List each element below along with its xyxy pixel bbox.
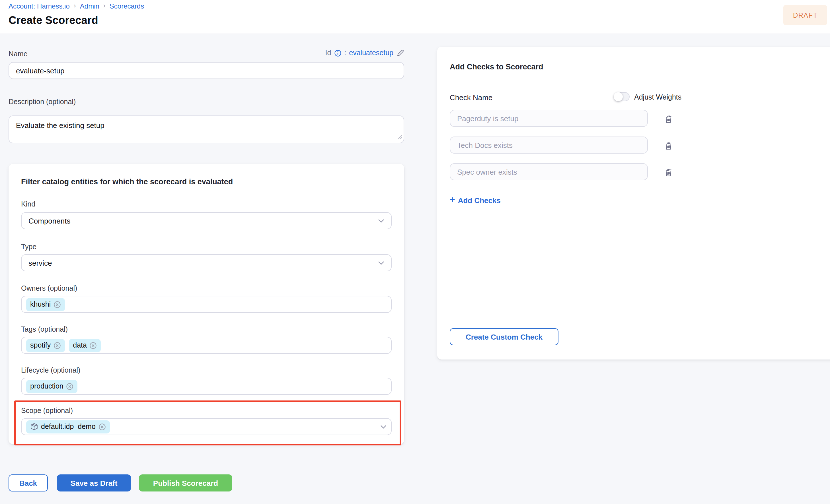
chip-close-icon[interactable] bbox=[54, 342, 61, 349]
breadcrumb-scorecards-link[interactable]: Scorecards bbox=[109, 2, 144, 10]
scope-select[interactable]: default.idp_demo bbox=[21, 418, 392, 435]
kind-label: Kind bbox=[21, 200, 35, 208]
chevron-down-icon bbox=[378, 219, 384, 223]
id-label: Id bbox=[325, 49, 331, 57]
chevron-down-icon bbox=[380, 425, 387, 429]
page-header: Account: Harness.io › Admin › Scorecards… bbox=[0, 0, 830, 34]
tag-chip-label: spotify bbox=[30, 341, 51, 349]
breadcrumb-account-link[interactable]: Account: Harness.io bbox=[8, 2, 70, 10]
package-cube-icon bbox=[30, 423, 38, 431]
tag-chip: data bbox=[69, 339, 101, 352]
scope-label: Scope (optional) bbox=[21, 407, 73, 415]
add-checks-link[interactable]: + Add Checks bbox=[450, 196, 501, 205]
description-textarea[interactable]: Evaluate the existing setup bbox=[8, 115, 404, 143]
kind-value: Components bbox=[28, 216, 70, 225]
tag-chip-label: data bbox=[73, 341, 87, 349]
publish-scorecard-button[interactable]: Publish Scorecard bbox=[139, 474, 232, 492]
check-input-1[interactable] bbox=[450, 110, 648, 127]
tag-chip: spotify bbox=[26, 339, 65, 352]
lifecycle-chip: production bbox=[26, 380, 78, 393]
create-scorecard-page: Account: Harness.io › Admin › Scorecards… bbox=[0, 0, 830, 504]
page-title: Create Scorecard bbox=[8, 14, 98, 27]
id-colon: : bbox=[344, 49, 346, 57]
tags-input[interactable]: spotify data bbox=[21, 337, 392, 354]
back-button[interactable]: Back bbox=[8, 474, 48, 492]
info-icon[interactable] bbox=[334, 49, 341, 57]
adjust-weights-label: Adjust Weights bbox=[634, 93, 681, 101]
edit-pencil-icon[interactable] bbox=[396, 49, 404, 57]
scope-chip-label: default.idp_demo bbox=[41, 423, 96, 431]
type-select[interactable]: service bbox=[21, 254, 392, 271]
add-checks-label: Add Checks bbox=[458, 196, 501, 204]
status-badge: DRAFT bbox=[783, 5, 827, 25]
breadcrumb-admin-link[interactable]: Admin bbox=[80, 2, 99, 10]
description-text: Evaluate the existing setup bbox=[16, 121, 104, 130]
filter-card-title: Filter catalog entities for which the sc… bbox=[21, 177, 233, 186]
chip-close-icon[interactable] bbox=[90, 342, 97, 349]
id-row: Id : evaluatesetup bbox=[325, 49, 404, 57]
scope-chip: default.idp_demo bbox=[26, 420, 110, 433]
adjust-weights-toggle[interactable] bbox=[614, 92, 630, 101]
lifecycle-input[interactable]: production bbox=[21, 378, 392, 395]
kind-select[interactable]: Components bbox=[21, 212, 392, 229]
owners-label: Owners (optional) bbox=[21, 284, 77, 292]
description-label: Description (optional) bbox=[8, 98, 76, 106]
check-input-2[interactable] bbox=[450, 137, 648, 154]
save-as-draft-button[interactable]: Save as Draft bbox=[57, 474, 131, 492]
delete-check-icon[interactable] bbox=[663, 166, 674, 177]
name-label: Name bbox=[8, 50, 28, 58]
lifecycle-label: Lifecycle (optional) bbox=[21, 366, 80, 374]
breadcrumb: Account: Harness.io › Admin › Scorecards bbox=[8, 2, 144, 10]
chip-close-icon[interactable] bbox=[54, 301, 61, 308]
type-label: Type bbox=[21, 243, 36, 251]
type-value: service bbox=[28, 259, 52, 267]
owners-input[interactable]: khushi bbox=[21, 296, 392, 313]
breadcrumb-separator-icon: › bbox=[103, 2, 105, 10]
check-input-3[interactable] bbox=[450, 163, 648, 180]
id-value-link[interactable]: evaluatesetup bbox=[349, 49, 393, 57]
owner-chip-label: khushi bbox=[30, 300, 51, 308]
checks-panel-title: Add Checks to Scorecard bbox=[450, 63, 543, 71]
chip-close-icon[interactable] bbox=[98, 423, 106, 430]
resize-grip-icon[interactable] bbox=[397, 133, 402, 141]
breadcrumb-separator-icon: › bbox=[74, 2, 76, 10]
plus-icon: + bbox=[450, 195, 455, 204]
owner-chip: khushi bbox=[26, 298, 65, 311]
tags-label: Tags (optional) bbox=[21, 325, 68, 333]
chip-close-icon[interactable] bbox=[66, 382, 74, 390]
lifecycle-chip-label: production bbox=[30, 382, 63, 390]
delete-check-icon[interactable] bbox=[663, 139, 674, 151]
check-name-column-label: Check Name bbox=[450, 93, 492, 102]
chevron-down-icon bbox=[378, 261, 384, 265]
name-input[interactable] bbox=[8, 62, 404, 79]
create-custom-check-button[interactable]: Create Custom Check bbox=[450, 328, 558, 345]
delete-check-icon[interactable] bbox=[663, 113, 674, 124]
toggle-knob bbox=[614, 92, 623, 101]
